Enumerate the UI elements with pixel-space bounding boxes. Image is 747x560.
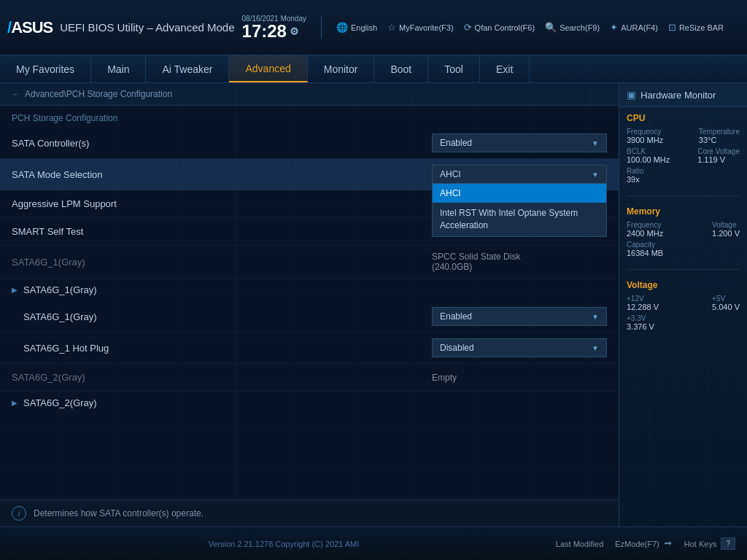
search-icon: 🔍 bbox=[545, 22, 557, 33]
hw-monitor-title: ▣ Hardware Monitor bbox=[619, 83, 747, 107]
shortcut-resizerbar[interactable]: ⊡ ReSize BAR bbox=[668, 22, 724, 33]
right-panel: ▣ Hardware Monitor CPU Frequency 3900 MH… bbox=[619, 83, 747, 526]
hw-voltage-12v-row: +12V 12.288 V +5V 5.040 V bbox=[627, 295, 740, 311]
resize-icon: ⊡ bbox=[668, 22, 676, 33]
dropdown-option-intel-rst[interactable]: Intel RST With Intel Optane SystemAccele… bbox=[433, 203, 606, 236]
section-title: PCH Storage Configuration bbox=[0, 106, 619, 128]
header-shortcuts: 🌐 English ☆ MyFavorite(F3) ⟳ Qfan Contro… bbox=[336, 22, 724, 33]
nav-main[interactable]: Main bbox=[91, 55, 146, 82]
dropdown-sata-mode[interactable]: AHCI ▼ bbox=[432, 165, 607, 184]
value-sata-controllers: Enabled ▼ bbox=[432, 133, 607, 152]
header: /ASUS UEFI BIOS Utility – Advanced Mode … bbox=[0, 0, 747, 55]
main-content: ← Advanced\PCH Storage Configuration PCH… bbox=[0, 83, 747, 526]
dropdown-menu-sata-mode: AHCI Intel RST With Intel Optane SystemA… bbox=[432, 184, 607, 237]
hw-divider-1 bbox=[627, 195, 740, 196]
footer-last-modified-btn[interactable]: Last Modified bbox=[556, 540, 603, 548]
hw-cpu-corevoltage-col: Core Voltage 1.119 V bbox=[697, 147, 740, 164]
shortcut-myfavorite[interactable]: ☆ MyFavorite(F3) bbox=[387, 22, 454, 33]
hw-cpu-temperature-col: Temperature 33°C bbox=[699, 128, 740, 144]
hw-divider-2 bbox=[627, 269, 740, 270]
nav-advanced[interactable]: Advanced bbox=[229, 55, 307, 82]
hw-voltage-12v-col: +12V 12.288 V bbox=[627, 295, 659, 311]
language-icon: 🌐 bbox=[336, 22, 348, 33]
footer-bar: Version 2.21.1278 Copyright (C) 2021 AMI… bbox=[0, 526, 747, 560]
hw-cpu-bclk-col: BCLK 100.00 MHz bbox=[627, 147, 670, 164]
nav-boot[interactable]: Boot bbox=[374, 55, 428, 82]
nav-my-favorites[interactable]: My Favorites bbox=[0, 55, 91, 82]
value-sata6g1-sub: Enabled ▼ bbox=[432, 307, 607, 326]
hw-memory-freq-row: Frequency 2400 MHz Voltage 1.200 V bbox=[627, 221, 740, 238]
ezmode-arrow-icon: ⮕ bbox=[664, 539, 673, 549]
dropdown-arrow-sata-controllers: ▼ bbox=[592, 139, 599, 147]
datetime: 08/16/2021 Monday 17:28 ⚙ bbox=[242, 15, 306, 40]
value-sata6g2-device: Empty bbox=[432, 373, 607, 383]
bios-title: UEFI BIOS Utility – Advanced Mode bbox=[60, 21, 234, 34]
settings-icon[interactable]: ⚙ bbox=[290, 26, 299, 36]
hw-section-memory: Memory Frequency 2400 MHz Voltage 1.200 … bbox=[619, 201, 747, 265]
hotkeys-question-icon: ? bbox=[721, 537, 735, 550]
dropdown-option-ahci[interactable]: AHCI bbox=[433, 184, 606, 203]
footer-ezmode-btn[interactable]: EzMode(F7) ⮕ bbox=[615, 539, 673, 549]
shortcut-aura[interactable]: ✦ AURA(F4) bbox=[610, 22, 658, 33]
nav-tool[interactable]: Tool bbox=[428, 55, 480, 82]
expand-label-sata6g2: SATA6G_2(Gray) bbox=[23, 397, 97, 408]
hw-memory-frequency-col: Frequency 2400 MHz bbox=[627, 221, 663, 238]
row-sata-controllers[interactable]: SATA Controller(s) Enabled ▼ bbox=[0, 128, 619, 159]
expand-sata6g1[interactable]: ▶ SATA6G_1(Gray) bbox=[0, 279, 619, 301]
footer-version: Version 2.21.1278 Copyright (C) 2021 AMI bbox=[12, 540, 556, 548]
nav-monitor[interactable]: Monitor bbox=[308, 55, 375, 82]
shortcut-qfan[interactable]: ⟳ Qfan Control(F6) bbox=[464, 22, 535, 33]
header-divider bbox=[321, 17, 322, 39]
label-aggressive-lpm: Aggressive LPM Support bbox=[12, 198, 432, 209]
info-icon: i bbox=[12, 506, 26, 521]
dropdown-arrow-sata6g1-hotplug: ▼ bbox=[592, 344, 599, 352]
value-sata-mode: AHCI ▼ AHCI Intel RST With Intel Optane … bbox=[432, 165, 607, 184]
hw-voltage-33v: +3.3V 3.376 V bbox=[627, 314, 740, 331]
dropdown-sata6g1-sub[interactable]: Enabled ▼ bbox=[432, 307, 607, 326]
hw-memory-voltage-col: Voltage 1.200 V bbox=[712, 221, 740, 238]
hw-section-voltage: Voltage +12V 12.288 V +5V 5.040 V +3.3V … bbox=[619, 274, 747, 338]
hw-voltage-title: Voltage bbox=[627, 280, 740, 290]
dropdown-sata6g1-hotplug[interactable]: Disabled ▼ bbox=[432, 338, 607, 357]
info-text: Determines how SATA controller(s) operat… bbox=[34, 508, 204, 518]
header-top: 08/16/2021 Monday 17:28 ⚙ 🌐 English ☆ My… bbox=[235, 15, 740, 41]
expand-sata6g2[interactable]: ▶ SATA6G_2(Gray) bbox=[0, 392, 619, 414]
nav-exit[interactable]: Exit bbox=[480, 55, 530, 82]
hw-cpu-ratio: Ratio 39x bbox=[627, 167, 740, 184]
label-sata6g1-device: SATA6G_1(Gray) bbox=[12, 257, 432, 268]
sata-device-info-1: SPCC Solid State Disk(240.0GB) bbox=[432, 252, 607, 272]
dropdown-sata-controllers[interactable]: Enabled ▼ bbox=[432, 133, 607, 152]
sata-device-info-2: Empty bbox=[432, 373, 607, 383]
footer-hotkeys-btn[interactable]: Hot Keys ? bbox=[684, 537, 735, 550]
footer-right: Last Modified EzMode(F7) ⮕ Hot Keys ? bbox=[556, 537, 735, 550]
hw-memory-capacity: Capacity 16384 MB bbox=[627, 241, 740, 257]
hw-memory-title: Memory bbox=[627, 206, 740, 217]
label-smart-self-test: SMART Self Test bbox=[12, 226, 432, 237]
row-sata6g1-sub[interactable]: SATA6G_1(Gray) Enabled ▼ bbox=[0, 301, 619, 332]
back-arrow[interactable]: ← bbox=[12, 89, 20, 99]
header-right: 08/16/2021 Monday 17:28 ⚙ 🌐 English ☆ My… bbox=[235, 15, 740, 41]
value-sata6g1-hotplug: Disabled ▼ bbox=[432, 338, 607, 357]
row-sata-mode[interactable]: SATA Mode Selection AHCI ▼ AHCI Intel RS… bbox=[0, 159, 619, 190]
left-panel: ← Advanced\PCH Storage Configuration PCH… bbox=[0, 83, 619, 526]
hw-cpu-bclk-row: BCLK 100.00 MHz Core Voltage 1.119 V bbox=[627, 147, 740, 164]
expand-icon-sata6g2: ▶ bbox=[12, 399, 18, 407]
expand-icon-sata6g1: ▶ bbox=[12, 286, 18, 294]
shortcut-search[interactable]: 🔍 Search(F9) bbox=[545, 22, 600, 33]
hw-voltage-5v-col: +5V 5.040 V bbox=[712, 295, 740, 311]
hw-cpu-title: CPU bbox=[627, 113, 740, 123]
label-sata6g1-hotplug: SATA6G_1 Hot Plug bbox=[23, 343, 432, 354]
nav-ai-tweaker[interactable]: Ai Tweaker bbox=[146, 55, 229, 82]
row-sata6g1-hotplug[interactable]: SATA6G_1 Hot Plug Disabled ▼ bbox=[0, 332, 619, 364]
breadcrumb: ← Advanced\PCH Storage Configuration bbox=[0, 83, 619, 106]
logo-area: /ASUS UEFI BIOS Utility – Advanced Mode bbox=[7, 18, 235, 37]
row-sata6g2-device: SATA6G_2(Gray) Empty bbox=[0, 364, 619, 392]
dropdown-arrow-sata-mode: ▼ bbox=[592, 171, 599, 179]
aura-icon: ✦ bbox=[610, 22, 618, 33]
label-sata6g1-sub: SATA6G_1(Gray) bbox=[23, 311, 432, 322]
hw-cpu-frequency-row: Frequency 3900 MHz Temperature 33°C bbox=[627, 128, 740, 144]
asus-logo: /ASUS bbox=[7, 18, 53, 37]
shortcut-language[interactable]: 🌐 English bbox=[336, 22, 377, 33]
label-sata-mode: SATA Mode Selection bbox=[12, 169, 432, 180]
fan-icon: ⟳ bbox=[464, 22, 472, 33]
